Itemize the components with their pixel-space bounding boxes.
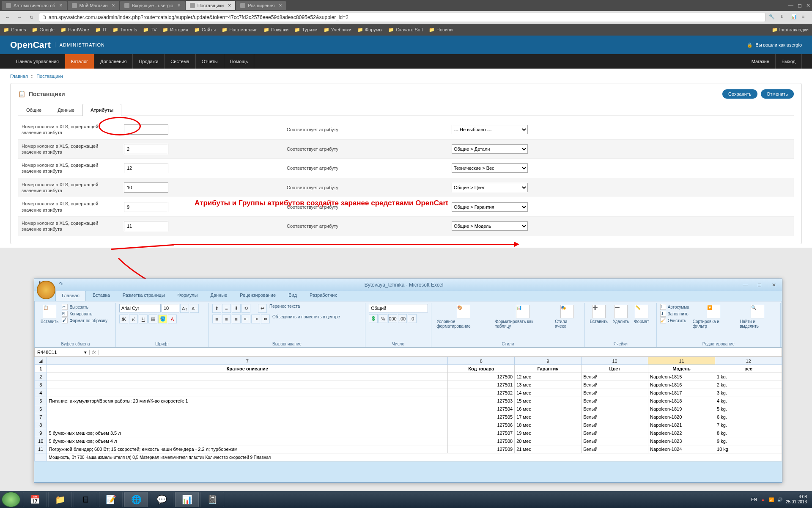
column-header[interactable]: 10 <box>582 357 648 365</box>
column-header[interactable]: 12 <box>715 357 782 365</box>
bookmark-folder[interactable]: Форумы <box>357 27 382 33</box>
ribbon-tab[interactable]: Данные <box>204 291 233 301</box>
cell[interactable]: 15 мес <box>515 397 582 405</box>
taskbar-chrome[interactable]: 🌐 <box>124 492 148 507</box>
cell[interactable]: Белый <box>582 429 648 437</box>
bookmark-folder[interactable]: Сайты <box>194 27 216 33</box>
cell[interactable]: Napoleon-1815 <box>648 373 715 381</box>
cell[interactable]: Napoleon-1817 <box>648 389 715 397</box>
cell[interactable]: 4 kg. <box>715 397 782 405</box>
cell[interactable] <box>47 389 448 397</box>
copy-button[interactable]: ⎘Копировать <box>62 311 107 317</box>
find-select-button[interactable]: 🔍Найти и выделить <box>738 304 777 341</box>
format-table-button[interactable]: 📊Форматировать как таблицу <box>494 304 551 341</box>
cell[interactable]: Napoleon-1818 <box>648 397 715 405</box>
cell[interactable]: 19 мес <box>515 429 582 437</box>
ribbon-tab[interactable]: Главная <box>55 291 86 301</box>
ribbon-tab[interactable]: Рецензирование <box>234 291 282 301</box>
browser-tab[interactable]: Розширення× <box>236 1 286 10</box>
menu-item[interactable]: Каталог <box>65 54 94 69</box>
bookmark-folder[interactable]: Скачать Soft <box>388 27 423 33</box>
wrap-text-label[interactable]: Перенос текста <box>268 304 300 313</box>
cell[interactable]: 127500 <box>448 373 515 381</box>
conditional-format-button[interactable]: 🎨Условное форматирование <box>435 304 492 341</box>
attribute-select[interactable]: Технические > Вес <box>452 163 528 173</box>
cell[interactable]: 20 мес <box>515 437 582 445</box>
row-header[interactable]: 2 <box>35 373 47 381</box>
percent-icon[interactable]: % <box>379 314 387 323</box>
back-button[interactable]: ← <box>3 13 12 22</box>
fill-button[interactable]: ⬇Заполнить <box>660 311 689 317</box>
taskbar-skype[interactable]: 💬 <box>150 492 173 507</box>
cell[interactable]: 5 kg. <box>715 405 782 413</box>
cell[interactable]: Napoleon-1821 <box>648 421 715 429</box>
redo-icon[interactable]: ↷ <box>59 281 66 289</box>
tray-network-icon[interactable]: 📶 <box>769 497 774 502</box>
tray-clock[interactable]: 3:08 25.01.2013 <box>786 494 807 505</box>
clear-button[interactable]: 🧹Очистить <box>660 318 689 323</box>
column-header[interactable]: 11 <box>648 357 715 365</box>
delete-button[interactable]: ➖Удалить <box>611 304 631 341</box>
bookmark-folder[interactable]: IT <box>95 27 107 33</box>
tray-lang[interactable]: EN <box>751 497 757 502</box>
cell[interactable]: 5 бумажных мешков; объем 3.5 л <box>47 429 448 437</box>
italic-icon[interactable]: К <box>129 315 138 323</box>
menu-item[interactable]: Панель управления <box>10 54 65 69</box>
cell[interactable]: 127503 <box>448 397 515 405</box>
dec-decimal-icon[interactable]: .0 <box>408 314 417 323</box>
align-center-icon[interactable]: ≡ <box>222 315 231 323</box>
tab-close-icon[interactable]: × <box>60 3 63 8</box>
sort-filter-button[interactable]: 🔽Сортировка и фильтр <box>691 304 737 341</box>
cell[interactable]: 9 kg. <box>715 437 782 445</box>
column-header[interactable]: 9 <box>515 357 582 365</box>
fx-icon[interactable]: fx <box>90 350 99 355</box>
ribbon-tab[interactable]: Вставка <box>87 291 116 301</box>
breadcrumb-current[interactable]: Поставщики <box>36 74 63 79</box>
tab-close-icon[interactable]: × <box>178 3 181 8</box>
comma-icon[interactable]: 000 <box>388 314 397 323</box>
cell[interactable]: Белый <box>582 437 648 445</box>
menu-item[interactable]: Отчеты <box>196 54 224 69</box>
bookmark-folder[interactable]: Games <box>3 27 26 33</box>
row-header[interactable]: 8 <box>35 421 47 429</box>
column-number-input[interactable] <box>124 124 168 135</box>
cell[interactable]: 3 kg. <box>715 389 782 397</box>
cell[interactable]: 7 kg. <box>715 421 782 429</box>
cell[interactable]: 5 бумажных мешков; объем 4 л <box>47 437 448 445</box>
row-header[interactable]: 1 <box>35 365 47 373</box>
align-right-icon[interactable]: ≡ <box>232 315 241 323</box>
cell[interactable] <box>47 421 448 429</box>
ribbon-tab[interactable]: Вид <box>283 291 303 301</box>
row-header[interactable]: 5 <box>35 397 47 405</box>
cell[interactable] <box>47 413 448 421</box>
row-header[interactable]: 9 <box>35 429 47 437</box>
tab-close-icon[interactable]: × <box>279 3 282 8</box>
attribute-select[interactable]: --- Не выбрано --- <box>452 125 528 134</box>
align-middle-icon[interactable]: ≡ <box>222 304 231 313</box>
breadcrumb-home[interactable]: Главная <box>10 74 28 79</box>
attribute-select[interactable]: Общие > Гарантия <box>452 202 528 212</box>
cell[interactable]: 16 мес <box>515 405 582 413</box>
cell[interactable]: 127509 <box>448 445 515 453</box>
browser-tab[interactable]: Поставщики× <box>186 1 236 10</box>
cell[interactable]: Белый <box>582 413 648 421</box>
cell[interactable]: 127508 <box>448 437 515 445</box>
column-header[interactable]: 7 <box>47 357 448 365</box>
cell[interactable] <box>47 405 448 413</box>
bookmark-folder[interactable]: Туризм <box>294 27 317 33</box>
cell[interactable] <box>47 373 448 381</box>
attribute-select[interactable]: Общие > Детали <box>452 144 528 154</box>
number-format-combo[interactable] <box>369 304 428 312</box>
extension-icon-3[interactable]: 📊 <box>791 14 798 21</box>
cell[interactable]: Белый <box>582 445 648 453</box>
address-bar[interactable]: 🗋 ann.spywatcher.com.ua/admin/index.php?… <box>39 13 765 22</box>
cell[interactable] <box>47 381 448 389</box>
tab-общие[interactable]: Общие <box>18 104 49 116</box>
underline-icon[interactable]: Ч <box>139 315 148 323</box>
window-maximize-icon[interactable]: ◻ <box>798 3 802 8</box>
cell[interactable]: Napoleon-1816 <box>648 381 715 389</box>
taskbar-explorer[interactable]: 📁 <box>48 492 72 507</box>
cell[interactable]: Napoleon-1819 <box>648 405 715 413</box>
tab-close-icon[interactable]: × <box>112 3 115 8</box>
cell[interactable]: 18 мес <box>515 421 582 429</box>
